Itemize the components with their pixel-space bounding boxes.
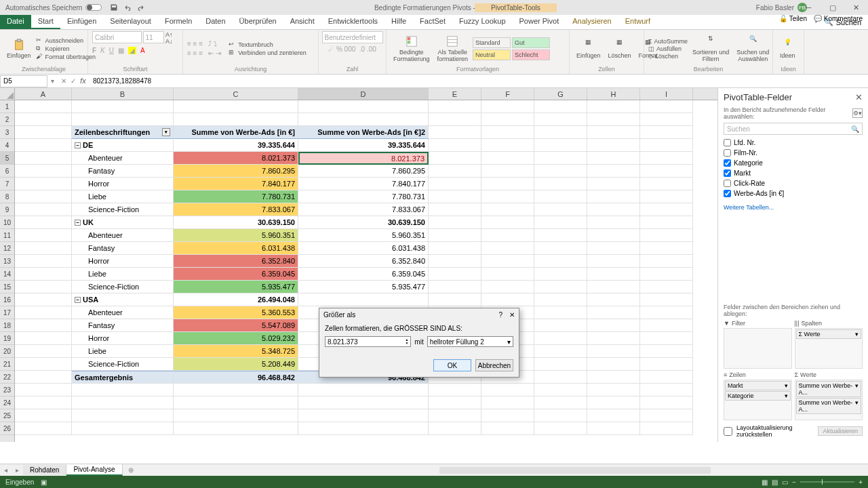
cell[interactable]: 6.352.840 (298, 255, 429, 268)
more-tables-link[interactable]: Weitere Tabellen... (724, 204, 863, 211)
tab-einfuegen[interactable]: Einfügen (60, 15, 103, 29)
row-header[interactable]: 23 (0, 384, 14, 396)
grid-body[interactable]: Zeilenbeschriftungen▾ Summe von Werbe-Ad… (15, 100, 717, 435)
row-header[interactable]: 16 (0, 293, 14, 306)
row-header[interactable]: 6 (0, 165, 14, 178)
find-select-button[interactable]: 🔍Suchen und Auswählen (734, 34, 772, 64)
merge-center-button[interactable]: ⊞Verbinden und zentrieren (229, 49, 307, 56)
row-header[interactable]: 9 (0, 203, 14, 216)
field-item[interactable]: Kategorie (724, 158, 863, 168)
col-header[interactable]: H (587, 88, 640, 100)
pivot-item-row[interactable]: Fantasy (72, 165, 174, 178)
row-header[interactable]: 5 (0, 152, 14, 165)
style-schlecht[interactable]: Schlecht (512, 49, 550, 60)
redo-icon[interactable] (137, 3, 145, 12)
cell[interactable]: 7.780.731 (298, 190, 429, 203)
tab-ueberpruefen[interactable]: Überprüfen (233, 15, 283, 29)
zone-item[interactable]: Σ Werte▾ (796, 329, 862, 339)
field-checkbox[interactable] (724, 190, 731, 197)
row-header[interactable]: 14 (0, 268, 14, 281)
threshold-input[interactable]: 8.021.373 ▲▼ (325, 336, 411, 347)
fill-button[interactable]: ◫Ausfüllen (648, 45, 688, 52)
field-checkbox[interactable] (724, 149, 731, 157)
minimize-button[interactable]: ─ (797, 0, 821, 15)
col-header[interactable]: D (298, 88, 429, 100)
zoom-out-button[interactable]: − (792, 479, 796, 486)
wrap-text-button[interactable]: ↩Textumbruch (229, 41, 307, 48)
name-box[interactable]: D5 (0, 75, 47, 87)
tab-seitenlayout[interactable]: Seitenlayout (103, 15, 158, 29)
zone-item[interactable]: Summe von Werbe-A...▾ (796, 398, 862, 414)
save-icon[interactable] (110, 3, 118, 12)
row-header[interactable]: 4 (0, 139, 14, 152)
row-header[interactable]: 22 (0, 371, 14, 384)
bold-button[interactable]: F (92, 47, 96, 54)
ideas-button[interactable]: 💡Ideen (777, 37, 798, 60)
row-header[interactable]: 15 (0, 281, 14, 293)
view-page-icon[interactable]: ▤ (772, 479, 778, 486)
macro-record-icon[interactable]: ▣ (41, 479, 47, 486)
row-header[interactable]: 17 (0, 306, 14, 319)
clear-button[interactable]: ◇Löschen (648, 53, 688, 60)
sort-filter-button[interactable]: ⇅Sortieren und Filtern (690, 34, 732, 64)
font-size-select[interactable]: 11 (143, 31, 164, 43)
col-header[interactable]: I (640, 88, 693, 100)
row-header[interactable]: 20 (0, 345, 14, 358)
col-header[interactable]: F (481, 88, 534, 100)
insert-cells-button[interactable]: ▦Einfügen (574, 37, 604, 60)
sheet-nav-prev[interactable]: ◂ (0, 466, 12, 474)
col-header[interactable]: G (534, 88, 587, 100)
row-header[interactable]: 26 (0, 422, 14, 435)
format-painter-button[interactable]: 🖌Format übertragen (36, 53, 96, 60)
tab-datei[interactable]: Datei (0, 15, 31, 29)
gear-icon[interactable]: ⚙▾ (852, 108, 863, 118)
collapse-icon[interactable]: − (75, 297, 81, 303)
tab-ansicht[interactable]: Ansicht (283, 15, 321, 29)
pivot-group-row[interactable]: −DE (72, 139, 174, 152)
tab-fuzzy[interactable]: Fuzzy Lookup (452, 15, 512, 29)
zone-columns[interactable]: Σ Werte▾ (795, 328, 863, 369)
pivot-item-row[interactable]: Horror (72, 255, 174, 268)
select-all-cell[interactable] (0, 88, 14, 100)
sheet-tab-pivot-analyse[interactable]: Pivot-Analyse (66, 464, 122, 476)
teilen-button[interactable]: 🔓 Teilen (779, 15, 807, 22)
pivot-item-row[interactable]: Horror (72, 332, 174, 345)
pivot-item-row[interactable]: Science-Fiction (72, 281, 174, 293)
zone-item[interactable]: Summe von Werbe-A...▾ (796, 381, 862, 397)
kommentare-button[interactable]: 💬 Kommentare (814, 15, 863, 22)
zone-values[interactable]: Summe von Werbe-A...▾ Summe von Werbe-A.… (795, 380, 863, 420)
tab-start[interactable]: Start (31, 15, 60, 29)
pivot-item-row[interactable]: Abenteuer (72, 229, 174, 242)
style-neutral[interactable]: Neutral (473, 49, 511, 60)
col-header[interactable]: A (15, 88, 72, 100)
formula-input[interactable]: 8021373,18288478 (90, 77, 868, 85)
sheet-tab-rohdaten[interactable]: Rohdaten (23, 465, 66, 475)
field-checkbox[interactable] (724, 169, 731, 177)
autosave-toggle[interactable]: Automatisches Speichern (5, 4, 102, 12)
row-header[interactable]: 2 (0, 113, 14, 126)
cut-button[interactable]: ✂Ausschneiden (36, 37, 96, 44)
italic-button[interactable]: K (100, 47, 105, 54)
cell[interactable]: 5.935.477 (298, 281, 429, 293)
add-sheet-icon[interactable]: ⊕ (123, 466, 139, 474)
sheet-nav-next[interactable]: ▸ (12, 466, 23, 474)
collapse-icon[interactable]: − (75, 142, 81, 148)
cell[interactable]: 5.960.351 (298, 229, 429, 242)
zone-item[interactable]: Kategorie▾ (725, 391, 791, 401)
cell[interactable]: 6.359.045 (298, 268, 429, 281)
name-box-dropdown[interactable]: ▾ (47, 77, 57, 85)
ok-button[interactable]: OK (433, 359, 471, 371)
collapse-icon[interactable]: − (75, 220, 81, 226)
zone-filter[interactable] (724, 328, 792, 369)
tab-analysieren[interactable]: Analysieren (566, 15, 618, 29)
pivot-item-row[interactable]: Liebe (72, 268, 174, 281)
row-header[interactable]: 24 (0, 396, 14, 409)
cell[interactable]: 7.833.067 (298, 203, 429, 216)
field-item[interactable]: Markt (724, 168, 863, 178)
field-item[interactable]: Click-Rate (724, 178, 863, 188)
style-gut[interactable]: Gut (512, 37, 550, 48)
paste-button[interactable]: Einfügen (4, 37, 34, 60)
row-header[interactable]: 8 (0, 190, 14, 203)
field-checkbox[interactable] (724, 139, 731, 146)
cell[interactable]: 7.860.295 (298, 165, 429, 178)
